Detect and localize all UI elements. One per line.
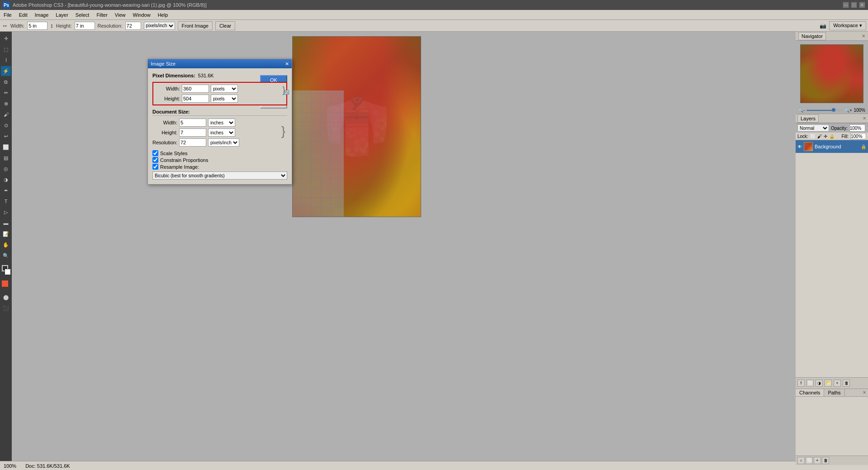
close-button[interactable]: ✕ (859, 2, 865, 8)
history-brush-tool[interactable]: ↩ (1, 131, 11, 141)
front-image-button[interactable]: Front Image (178, 21, 213, 30)
pixel-link-icon: 🔗 (285, 90, 289, 95)
menu-view[interactable]: View (111, 10, 129, 19)
resolution-unit-select2[interactable]: pixels/inch (208, 138, 239, 147)
height-input[interactable] (75, 22, 95, 30)
dialog-close-button[interactable]: ✕ (285, 61, 289, 67)
channels-paths-panel: Channels Paths ✕ ○ ⬜ + 🗑 (796, 389, 868, 461)
menu-help[interactable]: Help (154, 10, 172, 19)
layer-style-button[interactable]: f (797, 380, 805, 387)
screen-mode-btn[interactable]: ⬛ (1, 303, 11, 313)
navigator-tab[interactable]: Navigator (798, 32, 826, 40)
new-layer-button[interactable]: + (834, 380, 841, 387)
eyedropper-tool[interactable]: ✏ (1, 88, 11, 98)
quick-mask-btn[interactable]: ⬤ (1, 292, 11, 302)
pixel-height-unit-select[interactable]: pixels (211, 95, 238, 103)
layer-actions: f ⬜ ◑ 📁 + 🗑 (796, 377, 868, 389)
notes-tool[interactable]: 📝 (1, 229, 11, 239)
menu-layer[interactable]: Layer (52, 10, 72, 19)
menu-edit[interactable]: Edit (15, 10, 31, 19)
layers-close-button[interactable]: ✕ (863, 116, 866, 121)
dialog-overlay: Image Size ✕ OK Cancel Auto... Pixel Dim… (12, 32, 796, 461)
crop-tool[interactable]: ⧉ (1, 77, 11, 87)
fill-input[interactable] (850, 133, 866, 139)
resolution-unit-select[interactable]: pixels/inch (144, 22, 175, 30)
zoom-slider[interactable] (806, 109, 843, 111)
left-toolbar: ✛ ⬚ ⌇ ⚡ ⧉ ✏ ⊕ 🖌 ⊙ ↩ ⬜ ▤ ◎ ◑ ✒ T ▷ ▬ 📝 ✋ … (0, 32, 12, 461)
blend-mode-select[interactable]: Normal (797, 124, 829, 132)
adjustment-layer-button[interactable]: ◑ (816, 380, 823, 387)
doc-width-unit-select[interactable]: inches (208, 119, 235, 127)
pixel-width-input[interactable] (182, 85, 209, 93)
new-channel-button[interactable]: + (814, 457, 821, 464)
pixel-width-unit-select[interactable]: pixels (211, 85, 238, 93)
resolution-input2[interactable] (179, 138, 206, 147)
pixel-height-label: Height: (155, 96, 180, 101)
eraser-tool[interactable]: ⬜ (1, 142, 11, 152)
lock-image-icon[interactable]: 🖌 (817, 134, 822, 139)
menu-window[interactable]: Window (129, 10, 154, 19)
lock-all-icon[interactable]: 🔒 (829, 134, 835, 139)
path-tool[interactable]: ▷ (1, 207, 11, 217)
lock-label: Lock: (797, 134, 808, 139)
hand-tool[interactable]: ✋ (1, 240, 11, 250)
width-input[interactable] (27, 22, 47, 30)
resample-checkbox[interactable] (152, 164, 158, 170)
blur-tool[interactable]: ◎ (1, 164, 11, 174)
width-label: Width: (10, 23, 24, 28)
channels-tab[interactable]: Channels (796, 389, 824, 396)
scale-styles-checkbox[interactable] (152, 150, 158, 156)
zoom-in-icon[interactable]: 🔍+ (844, 108, 852, 113)
doc-width-input[interactable] (179, 119, 206, 127)
resample-method-select[interactable]: Bicubic (best for smooth gradients) (152, 171, 287, 180)
workspace-button[interactable]: Workspace ▾ (829, 21, 866, 30)
healing-tool[interactable]: ⊕ (1, 99, 11, 109)
pen-tool[interactable]: ✒ (1, 185, 11, 195)
brush-tool[interactable]: 🖌 (1, 109, 11, 119)
clear-button[interactable]: Clear (215, 21, 235, 30)
gradient-tool[interactable]: ▤ (1, 153, 11, 163)
menu-select[interactable]: Select (72, 10, 93, 19)
delete-channel-button[interactable]: 🗑 (822, 457, 829, 464)
navigator-close-button[interactable]: ✕ (862, 33, 865, 38)
delete-layer-button[interactable]: 🗑 (843, 380, 850, 387)
doc-height-input[interactable] (179, 128, 206, 137)
zoom-tool[interactable]: 🔍 (1, 251, 11, 261)
background-layer[interactable]: 👁 Background 🔒 (796, 140, 868, 153)
channels-panel-close-button[interactable]: ✕ (861, 389, 868, 396)
lock-transparent-icon[interactable]: ⬜ (810, 134, 816, 139)
menu-filter[interactable]: Filter (93, 10, 111, 19)
dodge-tool[interactable]: ◑ (1, 175, 11, 185)
doc-link-bracket: } (281, 120, 285, 142)
magic-wand-tool[interactable]: ⚡ (1, 66, 11, 76)
menu-file[interactable]: File (0, 10, 15, 19)
layer-thumbnail (804, 142, 813, 151)
maximize-button[interactable]: □ (851, 2, 857, 8)
menu-image[interactable]: Image (31, 10, 52, 19)
paths-tab[interactable]: Paths (824, 389, 844, 396)
group-button[interactable]: 📁 (825, 380, 832, 387)
zoom-out-icon[interactable]: 🔍- (798, 108, 805, 113)
foreground-red-color[interactable] (2, 280, 8, 287)
doc-height-unit-select[interactable]: inches (208, 128, 235, 137)
move-tool[interactable]: ✛ (1, 33, 11, 43)
resolution-input[interactable] (125, 22, 141, 30)
opacity-input[interactable] (849, 124, 865, 132)
load-channel-button[interactable]: ○ (797, 457, 805, 464)
background-color[interactable] (5, 269, 11, 275)
lasso-tool[interactable]: ⌇ (1, 55, 11, 65)
text-tool[interactable]: T (1, 196, 11, 206)
pixel-height-input[interactable] (182, 95, 209, 103)
minimize-button[interactable]: — (843, 2, 849, 8)
layer-lock-icon: 🔒 (861, 144, 866, 149)
opacity-label: Opacity: (831, 126, 848, 131)
add-mask-button[interactable]: ⬜ (806, 380, 814, 387)
shape-tool[interactable]: ▬ (1, 218, 11, 228)
layer-visibility-icon[interactable]: 👁 (797, 144, 802, 149)
layers-tab[interactable]: Layers (797, 114, 819, 123)
save-channel-button[interactable]: ⬜ (806, 457, 813, 464)
marquee-tool[interactable]: ⬚ (1, 44, 11, 54)
lock-position-icon[interactable]: ✛ (824, 134, 827, 139)
clone-tool[interactable]: ⊙ (1, 120, 11, 130)
constrain-checkbox[interactable] (152, 157, 158, 163)
